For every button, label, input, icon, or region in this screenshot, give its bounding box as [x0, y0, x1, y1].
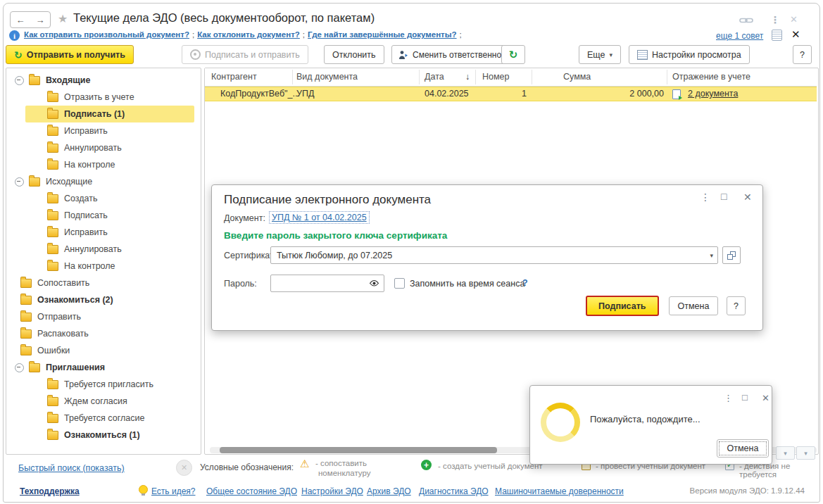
col-reflection[interactable]: Отражение в учете [672, 72, 750, 82]
idea-link[interactable]: Есть идея? [151, 486, 196, 496]
tips-list-icon[interactable] [772, 30, 782, 41]
machine-readable-poa-link[interactable]: Машиночитаемые доверенности [495, 486, 624, 496]
certificate-field[interactable]: Тытюк Любомир, до 07.2025 ▾ [270, 246, 718, 264]
more-tips-link[interactable]: еще 1 совет [716, 31, 763, 41]
folder-icon [47, 414, 58, 423]
sidebar-item-ispravit-in[interactable]: Исправить [6, 122, 198, 139]
sidebar-item-otrazit-v-uchete[interactable]: Отразить в учете [6, 89, 198, 106]
send-receive-button[interactable]: ↻ Отправить и получить [6, 45, 134, 64]
info-icon: i [9, 30, 20, 41]
refresh-icon: ↻ [509, 49, 518, 61]
sidebar-item-sozdat[interactable]: Создать [6, 190, 198, 207]
sidebar-item-ishodyashchie[interactable]: Исходящие [6, 173, 198, 190]
toolbar-help-button[interactable]: ? [793, 45, 812, 64]
folder-icon [20, 313, 32, 322]
tip-link-completed[interactable]: Где найти завершённые документы? [308, 30, 457, 39]
page-title: Текущие дела ЭДО (весь документооборот, … [73, 11, 375, 25]
wait-spinner [541, 403, 580, 442]
document-link[interactable]: УПД № 1 от 04.02.2025 [269, 211, 370, 224]
password-input[interactable] [270, 275, 384, 292]
view-settings-icon [637, 50, 648, 60]
change-responsible-button[interactable]: Сменить ответственного [391, 45, 516, 64]
sidebar-item-sopostavit[interactable]: Сопоставить [6, 275, 198, 291]
decline-button[interactable]: Отклонить [324, 45, 384, 64]
collapse-icon[interactable] [15, 76, 24, 85]
folder-icon [29, 76, 40, 85]
view-settings-button[interactable]: Настройки просмотра [629, 45, 750, 64]
col-number[interactable]: Номер [482, 72, 509, 82]
sidebar-item-otpravit[interactable]: Отправить [6, 308, 198, 325]
remember-checkbox-label[interactable]: Запомнить на время сеанса [410, 279, 524, 289]
remember-checkbox[interactable] [394, 278, 405, 289]
wait-cancel-button[interactable]: Отмена [717, 439, 769, 458]
plus-icon: + [421, 460, 432, 470]
edo-settings-link[interactable]: Настройки ЭДО [301, 486, 363, 496]
col-date[interactable]: Дата [425, 72, 444, 82]
dialog-menu-dots-icon[interactable]: ⋮ [701, 191, 710, 203]
remember-help-link[interactable]: ? [522, 278, 528, 288]
sidebar-item-annulirovat-in[interactable]: Аннулировать [6, 139, 198, 156]
sidebar-item-vhodyashchie[interactable]: Входящие [6, 72, 198, 89]
certificate-dropdown-icon[interactable]: ▾ [710, 252, 713, 259]
favorite-star-icon[interactable]: ★ [58, 12, 68, 25]
wait-dialog-maximize-icon[interactable]: □ [742, 392, 748, 403]
reflection-link[interactable]: 2 документа [688, 89, 738, 99]
back-icon[interactable]: ← [16, 15, 25, 25]
show-password-eye-icon[interactable] [369, 279, 379, 287]
scroll-down-button[interactable]: ▾ [776, 446, 795, 460]
nav-arrows[interactable]: ← → [10, 11, 51, 28]
tip-link-decline[interactable]: Как отклонить документ? [197, 30, 300, 39]
sidebar-item-na-kontrole-in[interactable]: На контроле [6, 156, 198, 173]
col-sum[interactable]: Сумма [563, 72, 591, 82]
sidebar-item-priglasheniya[interactable]: Приглашения [6, 359, 198, 376]
wait-dialog-menu-dots-icon[interactable]: ⋮ [724, 393, 733, 403]
sidebar-item-trebuetsya-priglasit[interactable]: Требуется пригласить [6, 376, 198, 393]
cell-number: 1 [475, 89, 527, 99]
cell-sum: 2 000,00 [556, 89, 664, 99]
folder-icon [20, 329, 32, 339]
sidebar-item-oznakomitsya-2[interactable]: Ознакомиться (2) [6, 291, 198, 308]
edo-status-link[interactable]: Общее состояние ЭДО [206, 486, 297, 496]
refresh-list-button[interactable]: ↻ [501, 45, 525, 64]
sidebar-item-raspakovat[interactable]: Распаковать [6, 325, 198, 342]
window-close-icon[interactable]: ✕ [790, 14, 798, 25]
quick-search-link[interactable]: Быстрый поиск (показать) [18, 463, 125, 473]
legend-title: Условные обозначения: [200, 462, 294, 472]
edo-archive-link[interactable]: Архив ЭДО [367, 486, 411, 496]
certificate-open-button[interactable] [722, 246, 741, 264]
tip-separator: ; [192, 30, 194, 39]
warning-icon: ⚠ [300, 458, 309, 470]
sign-button[interactable]: Подписать [586, 296, 659, 316]
window-menu-dots-icon[interactable]: ⋮ [770, 14, 780, 25]
dialog-maximize-icon[interactable]: □ [721, 191, 727, 202]
folder-icon [47, 397, 58, 406]
dialog-close-icon[interactable]: ✕ [743, 191, 752, 203]
cell-contragent: КодПродуктВеб"_... [220, 89, 300, 99]
sidebar-item-ispravit-out[interactable]: Исправить [6, 224, 198, 241]
scroll-bottom-button[interactable]: ▾ [796, 446, 815, 460]
support-link[interactable]: Техподдержка [20, 486, 80, 496]
sidebar-item-annulirovat-out[interactable]: Аннулировать [6, 241, 198, 258]
sign-cancel-button[interactable]: Отмена [669, 296, 718, 315]
edo-diagnostics-link[interactable]: Диагностика ЭДО [419, 486, 489, 496]
collapse-icon[interactable] [15, 177, 24, 187]
tip-link-send-arbitrary[interactable]: Как отправить произвольный документ? [24, 30, 189, 39]
sign-help-button[interactable]: ? [727, 296, 746, 315]
sidebar-item-na-kontrole-out[interactable]: На контроле [6, 258, 198, 275]
wait-dialog-close-icon[interactable]: ✕ [762, 393, 769, 403]
sidebar-item-podpisat-in[interactable]: Подписать (1) [6, 106, 198, 122]
col-contragent[interactable]: Контрагент [211, 72, 257, 82]
more-actions-button[interactable]: Еще ▾ [579, 45, 621, 64]
sort-desc-icon[interactable]: ↓ [465, 72, 470, 82]
tips-close-icon[interactable]: ✕ [791, 28, 800, 41]
sidebar-item-trebuetsya-soglasie[interactable]: Требуется согласие [6, 410, 198, 427]
collapse-icon[interactable] [15, 363, 24, 372]
col-doc-type[interactable]: Вид документа [296, 72, 358, 82]
sidebar-item-oznakomitsya-1[interactable]: Ознакомиться (1) [6, 427, 198, 443]
get-link-icon[interactable] [739, 15, 753, 25]
sidebar-item-zhdem-soglasiya[interactable]: Ждем согласия [6, 393, 198, 410]
hscroll-thumb[interactable] [220, 447, 497, 453]
sidebar-item-oshibki[interactable]: Ошибки [6, 342, 198, 359]
forward-icon[interactable]: → [36, 15, 45, 25]
sidebar-item-podpisat-out[interactable]: Подписать [6, 207, 198, 224]
